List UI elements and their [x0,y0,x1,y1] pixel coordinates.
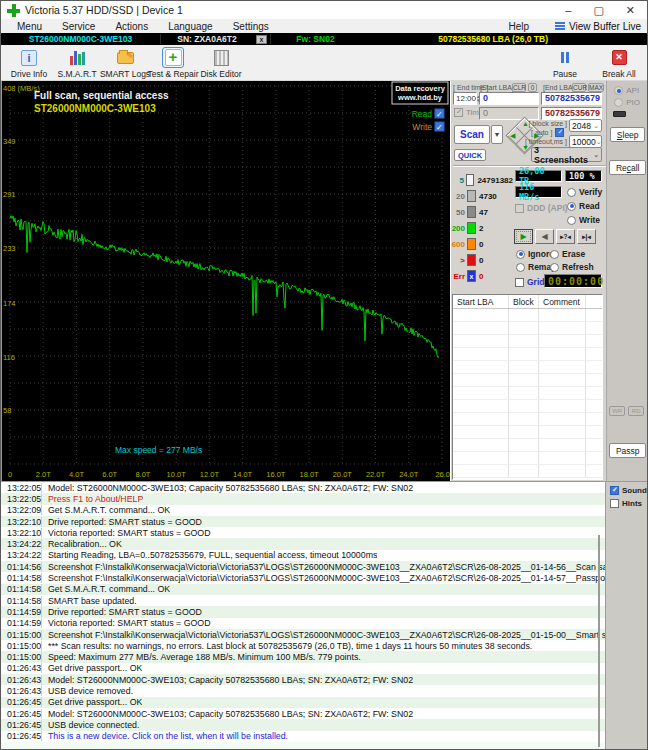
jump-end-button[interactable]: ▸|◂ [577,229,596,244]
end-lba-input[interactable]: 50782535679 [541,92,602,105]
jump-question-button[interactable]: ▸?◂ [556,229,575,244]
verify-radio[interactable]: Verify [567,187,602,197]
break-all-button[interactable]: ✕ Break All [595,46,643,79]
passport-button[interactable]: Passp [609,443,646,458]
menu-language[interactable]: Language [158,21,223,32]
recall-button[interactable]: Recall [609,160,646,175]
log-message: *** Scan results: no warnings, no errors… [41,641,532,651]
defect-table[interactable]: Start LBA Block Comment [452,294,603,480]
capacity-display: 26,00 TB [515,170,562,182]
start-scan-button[interactable]: ▶ [514,229,533,244]
table-row[interactable] [453,361,602,374]
menu-service[interactable]: Service [52,21,105,32]
sound-checkbox[interactable]: Sound [610,486,647,495]
counter-count: 4730 [479,192,497,201]
smart-logs-button[interactable]: SMART Logs [101,46,149,79]
pad-left-icon[interactable]: ◀ [510,132,515,139]
menu-menu[interactable]: Menu [7,21,52,32]
log-row: 13:22:10Victoria reported: SMART status … [1,527,605,538]
ddd-api-checkbox[interactable]: DDD (API) [515,203,568,213]
clr-button[interactable]: CLR [512,83,526,92]
quick-button[interactable]: QUICK [454,149,486,161]
x-tick-label: 4.0T [69,470,84,479]
table-row[interactable] [453,426,602,439]
pad-down-icon[interactable]: ▼ [522,144,529,151]
device-close-button[interactable]: x [256,35,267,44]
view-buffer-live-button[interactable]: View Buffer Live [555,21,641,32]
menu-actions[interactable]: Actions [105,21,158,32]
log-list[interactable]: 13:22:05Model: ST26000NM000C-3WE103; Cap… [1,482,605,750]
counter-color-box[interactable] [466,174,474,186]
table-row[interactable] [453,387,602,400]
counter-color-box[interactable]: x [467,270,476,282]
log-row: 13:22:05Press F1 to About/HELP [1,493,605,504]
table-row[interactable] [453,465,602,478]
disk-editor-button[interactable]: Disk Editor [197,46,245,79]
end-time-spinner[interactable]: 12:00 ▲▼ [453,92,477,105]
counter-color-box[interactable] [467,222,476,234]
table-row[interactable] [453,439,602,452]
scan-back-button[interactable]: ◀ [535,229,554,244]
smart-icon [70,50,85,65]
device-model[interactable]: ST26000NM000C-3WE103 [1,34,161,44]
max-button[interactable]: MAX [588,83,604,92]
counter-color-box[interactable] [467,254,476,266]
grid-checkbox[interactable]: Grid [515,277,544,287]
log-message: SMART base updated. [41,596,137,606]
drive-info-button[interactable]: iDrive Info [5,46,53,79]
maximize-button[interactable]: ▢ [593,3,603,17]
block-size-select[interactable]: 2048⌄ [569,119,602,132]
table-row[interactable] [453,452,602,465]
zero-button[interactable]: 0 [528,83,537,92]
scan-button[interactable]: Scan [454,125,490,144]
wr-button[interactable]: WR [609,406,625,416]
auto-checkbox[interactable]: [ auto ] [531,128,564,137]
hints-checkbox[interactable]: Hints [610,499,647,508]
counter-threshold: 600 [451,240,465,249]
refresh-radio[interactable]: Refresh [550,262,594,272]
scan-dropdown-button[interactable]: ▼ [491,125,503,144]
table-row[interactable] [453,335,602,348]
cur-button[interactable]: CUR [572,83,586,92]
pause-button[interactable]: Pause [541,46,589,79]
table-row[interactable] [453,413,602,426]
sleep-button[interactable]: Sleep [610,127,645,142]
s-m-a-r-t-button[interactable]: S.M.A.R.T [53,46,101,79]
ignore-radio[interactable]: Ignore [516,249,554,259]
table-row[interactable] [453,348,602,361]
table-row[interactable] [453,322,602,335]
minimize-button[interactable]: – [565,3,571,17]
counter-color-box[interactable] [467,238,476,250]
counter-color-box[interactable] [467,206,476,218]
write-radio[interactable]: Write [567,215,600,225]
chevron-down-icon: ⌄ [593,151,599,159]
api-radio-circle [614,86,623,95]
log-message: Get drive passport... OK [41,663,142,673]
table-row[interactable] [453,400,602,413]
screenshots-select[interactable]: 3 Screenshots⌄ [531,147,602,162]
close-button[interactable]: ✕ [626,3,635,17]
test-repair-button[interactable]: +Test & Repair [149,46,197,79]
log-timestamp: 13:24:22 [1,550,41,560]
break-all-icon: ✕ [612,50,627,65]
counter-color-box[interactable] [467,190,476,202]
log-scrollbar[interactable] [597,482,600,750]
table-cell [539,426,586,438]
ddd-checkbox-box [515,204,524,213]
log-row: 13:24:22Starting Reading, LBA=0..5078253… [1,550,605,561]
erase-radio[interactable]: Erase [550,249,585,259]
badge-line1: Data recovery [395,84,445,93]
menu-settings[interactable]: Settings [223,21,279,32]
log-scrollbar-thumb[interactable] [598,535,600,747]
log-row: 01:26:45This is a new device. Click on t… [1,731,605,742]
x-tick-label: 20.0T [333,470,353,479]
start-lba-input[interactable]: 0 [479,92,539,105]
log-timestamp: 01:26:43 [1,675,41,685]
read-radio[interactable]: Read [567,201,600,211]
rd-button[interactable]: RD [628,406,644,416]
table-cell [453,439,509,451]
menu-help[interactable]: Help [499,21,540,32]
table-row[interactable] [453,309,602,322]
table-cell [539,335,586,347]
table-row[interactable] [453,374,602,387]
